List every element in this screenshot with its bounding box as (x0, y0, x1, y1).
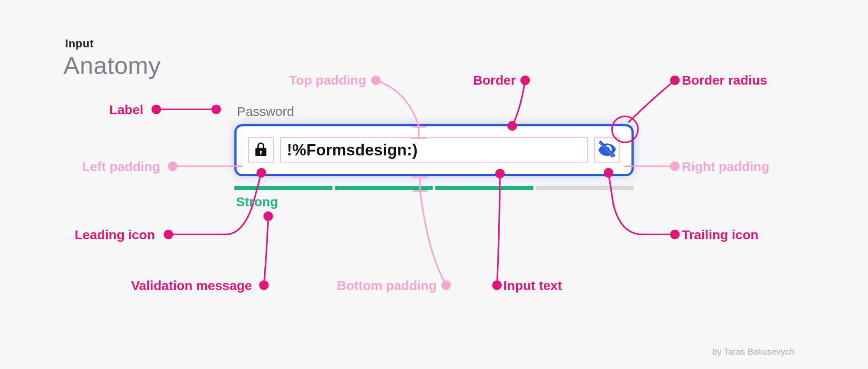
callout-trailing-icon: Trailing icon (682, 227, 759, 242)
input-text-slot[interactable]: !%Formsdesign:) (280, 137, 588, 163)
callout-bottom-padding: Bottom padding (337, 278, 437, 293)
section-title: Anatomy (63, 51, 161, 79)
svg-point-4 (164, 230, 173, 239)
diagram-stage: Input Anatomy Label Left padding Leading… (0, 0, 868, 369)
svg-point-2 (211, 105, 221, 114)
strength-meter (234, 186, 634, 190)
strength-seg (234, 186, 332, 190)
trailing-icon-slot[interactable] (594, 137, 620, 163)
strength-seg (435, 186, 533, 190)
callout-label: Label (109, 102, 143, 117)
lock-icon (253, 140, 269, 160)
svg-point-23 (492, 280, 502, 290)
callout-top-padding: Top padding (289, 73, 366, 88)
callout-border: Border (473, 73, 516, 88)
svg-point-18 (670, 76, 680, 85)
callout-left-padding: Left padding (82, 159, 160, 174)
callout-right-padding: Right padding (682, 159, 769, 174)
eye-off-icon (597, 139, 617, 161)
strength-seg (335, 186, 433, 190)
input-label: Password (237, 104, 634, 119)
svg-point-8 (371, 76, 381, 85)
svg-point-16 (520, 76, 530, 85)
callout-leading-icon: Leading icon (75, 227, 155, 242)
callout-input-text: Input text (503, 278, 562, 293)
validation-message: Strong (236, 194, 634, 209)
svg-point-6 (259, 280, 269, 290)
section-eyebrow: Input (65, 37, 94, 50)
callout-validation-message: Validation message (131, 278, 252, 293)
svg-point-1 (151, 105, 161, 114)
strength-seg (536, 186, 634, 190)
svg-point-20 (670, 161, 680, 171)
svg-point-7 (263, 211, 273, 221)
leading-icon-slot (248, 137, 274, 163)
svg-point-12 (441, 280, 451, 290)
svg-point-3 (168, 161, 178, 171)
svg-point-21 (670, 230, 680, 239)
callout-border-radius: Border radius (682, 73, 767, 88)
input-value: !%Formsdesign:) (287, 141, 418, 159)
input-container[interactable]: !%Formsdesign:) (234, 124, 634, 176)
credit-line: by Taras Bakusevych (712, 347, 794, 357)
input-component: Password !%Formsdesign:) (234, 104, 634, 209)
